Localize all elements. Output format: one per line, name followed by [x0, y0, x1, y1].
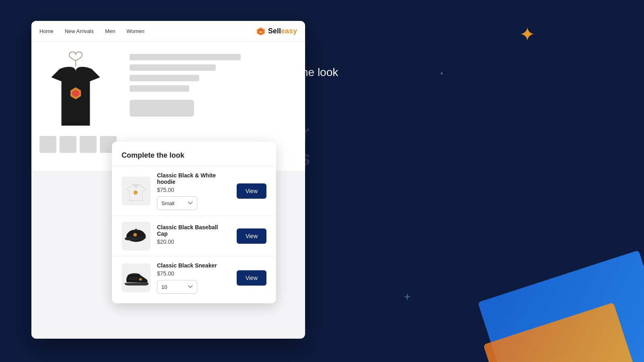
- product-row-cap: Classic Black Baseball Cap $20.00 View: [112, 216, 276, 256]
- complete-look-panel: Complete the look Classic Black & White …: [112, 142, 276, 303]
- nav-new-arrivals[interactable]: New Arrivals: [65, 28, 94, 34]
- cap-view-button[interactable]: View: [237, 228, 266, 244]
- cap-info: Classic Black Baseball Cap $20.00: [157, 224, 230, 248]
- cap-name: Classic Black Baseball Cap: [157, 224, 230, 237]
- thumb-3[interactable]: [80, 136, 97, 153]
- dot-decoration: [441, 72, 443, 74]
- thumb-2[interactable]: [60, 136, 76, 153]
- stripe-blue: [478, 250, 644, 362]
- sneaker-svg: [122, 268, 150, 288]
- star-icon: ✦: [519, 25, 535, 44]
- thumbnail-row: [39, 136, 120, 153]
- nav-men[interactable]: Men: [105, 28, 115, 34]
- nav-bar: Home New Arrivals Men Women Selleasy: [31, 21, 305, 42]
- placeholder-subtitle: [130, 64, 216, 71]
- cap-image: [122, 222, 151, 251]
- nav-logo: Selleasy: [256, 27, 297, 36]
- tshirt-svg: [43, 51, 108, 130]
- product-image-section: [39, 50, 120, 162]
- placeholder-title: [130, 54, 241, 60]
- cap-svg: [123, 224, 149, 248]
- hoodie-size-select[interactable]: Small Medium Large XL: [157, 196, 197, 210]
- hoodie-info: Classic Black & White hoodie $75.00 Smal…: [157, 172, 230, 210]
- panel-title: Complete the look: [112, 151, 276, 166]
- sneaker-size-select[interactable]: 8 9 10 11 12: [157, 280, 197, 294]
- sneaker-name: Classic Black Sneaker: [157, 262, 230, 269]
- hoodie-name: Classic Black & White hoodie: [157, 172, 230, 185]
- sneaker-image: [122, 263, 151, 292]
- sneaker-info: Classic Black Sneaker $75.00 8 9 10 11 1…: [157, 262, 230, 294]
- hoodie-svg: [123, 178, 149, 204]
- hoodie-price: $75.00: [157, 187, 230, 193]
- svg-point-6: [134, 184, 138, 187]
- plus-icon: +: [404, 291, 411, 302]
- placeholder-desc2: [130, 85, 189, 92]
- mockup-container: Home New Arrivals Men Women Selleasy: [31, 21, 305, 339]
- placeholder-desc1: [130, 75, 199, 81]
- product-row-sneaker: Classic Black Sneaker $75.00 8 9 10 11 1…: [112, 256, 276, 299]
- sneaker-view-button[interactable]: View: [237, 270, 266, 286]
- nav-women[interactable]: Women: [126, 28, 144, 34]
- nav-home[interactable]: Home: [39, 28, 54, 34]
- stripe-orange: [483, 302, 636, 362]
- placeholder-add-to-cart: [130, 100, 194, 117]
- logo-text: Selleasy: [268, 27, 297, 35]
- product-row-hoodie: Classic Black & White hoodie $75.00 Smal…: [112, 166, 276, 216]
- main-product-image: [39, 50, 112, 130]
- sneaker-price: $75.00: [157, 270, 230, 277]
- cap-price: $20.00: [157, 239, 230, 245]
- logo-icon: [256, 27, 266, 36]
- hoodie-image: [122, 177, 151, 206]
- thumb-1[interactable]: [39, 136, 56, 153]
- hoodie-view-button[interactable]: View: [237, 183, 266, 199]
